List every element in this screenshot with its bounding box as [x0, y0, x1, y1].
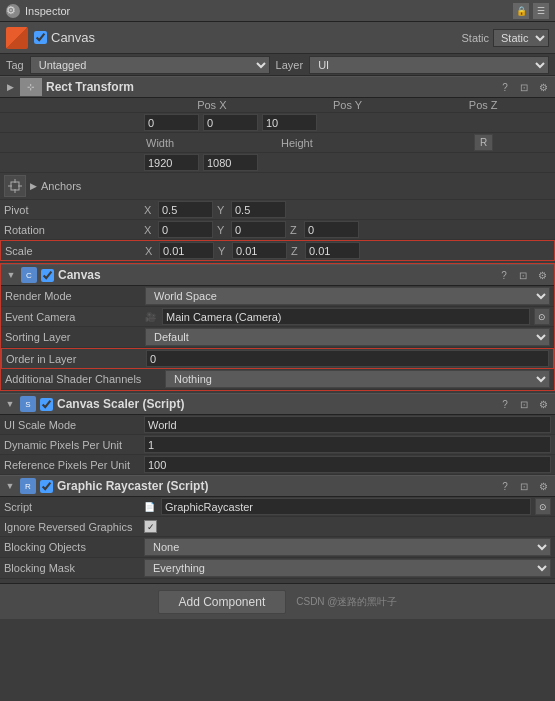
rot-z-input[interactable] [304, 221, 359, 238]
tag-label: Tag [6, 59, 24, 71]
static-dropdown[interactable]: Static [493, 29, 549, 47]
sorting-layer-label: Sorting Layer [5, 331, 145, 343]
rot-x-input[interactable] [158, 221, 213, 238]
additional-shader-label: Additional Shader Channels [5, 373, 165, 385]
canvas-scaler-icon: S [20, 396, 36, 412]
scale-y-input[interactable] [232, 242, 287, 259]
add-component-button[interactable]: Add Component [158, 590, 287, 614]
order-in-layer-label: Order in Layer [6, 353, 146, 365]
static-row: Static Static [461, 29, 549, 47]
lock-button[interactable]: 🔒 [513, 3, 529, 19]
raycaster-section: ▼ R Graphic Raycaster (Script) ? ⊡ ⚙ Scr… [0, 475, 555, 579]
ignore-reversed-check[interactable]: ✓ [144, 520, 157, 533]
canvas-arrow[interactable]: ▼ [5, 269, 17, 281]
pos-y-input[interactable] [203, 114, 258, 131]
object-enabled-checkbox[interactable] [34, 31, 47, 44]
scale-row: Scale X Y Z [0, 240, 555, 261]
r-button[interactable]: R [474, 134, 493, 151]
pos-z-col-label: Pos Z [415, 99, 551, 111]
canvas-menu-btn[interactable]: ⚙ [534, 267, 550, 283]
scaler-help-btn[interactable]: ? [497, 396, 513, 412]
render-mode-dropdown[interactable]: World Space [145, 287, 550, 305]
additional-shader-dropdown[interactable]: Nothing [165, 370, 550, 388]
scaler-layout-btn[interactable]: ⊡ [516, 396, 532, 412]
render-mode-label: Render Mode [5, 290, 145, 302]
canvas-scaler-icons: ? ⊡ ⚙ [497, 396, 551, 412]
rect-menu-btn[interactable]: ⚙ [535, 79, 551, 95]
script-pick-btn[interactable]: ⊙ [535, 498, 551, 515]
rot-y-input[interactable] [231, 221, 286, 238]
raycaster-arrow[interactable]: ▼ [4, 480, 16, 492]
raycaster-title: Graphic Raycaster (Script) [57, 479, 497, 493]
layer-label: Layer [276, 59, 304, 71]
rotation-values: X Y Z [144, 221, 551, 238]
cube-icon [6, 27, 28, 49]
height-input[interactable] [203, 154, 258, 171]
watermark-text: CSDN @迷路的黑叶子 [296, 595, 397, 609]
ui-scale-input[interactable] [144, 416, 551, 433]
menu-button[interactable]: ☰ [533, 3, 549, 19]
header-actions: 🔒 ☰ [513, 3, 549, 19]
rot-z-label: Z [290, 224, 300, 236]
scale-x-label: X [145, 245, 155, 257]
tag-dropdown[interactable]: Untagged [30, 56, 270, 74]
pivot-row: Pivot X Y [0, 200, 555, 220]
blocking-mask-dropdown[interactable]: Everything [144, 559, 551, 577]
rot-x-label: X [144, 224, 154, 236]
canvas-scaler-arrow[interactable]: ▼ [4, 398, 16, 410]
rect-transform-arrow[interactable]: ▶ [4, 81, 16, 93]
scaler-menu-btn[interactable]: ⚙ [535, 396, 551, 412]
checkmark-icon: ✓ [147, 522, 155, 532]
canvas-scaler-title: Canvas Scaler (Script) [57, 397, 497, 411]
rect-transform-icons: ? ⊡ ⚙ [497, 79, 551, 95]
canvas-header: ▼ C Canvas ? ⊡ ⚙ [1, 264, 554, 286]
pos-z-input[interactable] [262, 114, 317, 131]
pivot-values: X Y [144, 201, 551, 218]
scale-z-input[interactable] [305, 242, 360, 259]
additional-shader-row: Additional Shader Channels Nothing [1, 369, 554, 390]
width-input[interactable] [144, 154, 199, 171]
blocking-objects-dropdown[interactable]: None [144, 538, 551, 556]
rect-help-btn[interactable]: ? [497, 79, 513, 95]
canvas-scaler-checkbox[interactable] [40, 398, 53, 411]
canvas-title: Canvas [58, 268, 496, 282]
event-camera-input[interactable] [162, 308, 530, 325]
script-input[interactable] [161, 498, 531, 515]
camera-icon: 🎥 [145, 312, 156, 322]
canvas-section-icons: ? ⊡ ⚙ [496, 267, 550, 283]
ignore-reversed-row: Ignore Reversed Graphics ✓ [0, 517, 555, 537]
width-col-label: Width [144, 137, 281, 149]
anchors-row[interactable]: ▶ Anchors [0, 173, 555, 200]
dynamic-pixels-input[interactable] [144, 436, 551, 453]
script-values: 📄 ⊙ [144, 498, 551, 515]
height-col-label: Height [281, 137, 416, 149]
script-icon: 📄 [144, 502, 155, 512]
sorting-layer-dropdown[interactable]: Default [145, 328, 550, 346]
raycaster-layout-btn[interactable]: ⊡ [516, 478, 532, 494]
pivot-x-input[interactable] [158, 201, 213, 218]
pos-x-col-label: Pos X [144, 99, 280, 111]
raycaster-checkbox[interactable] [40, 480, 53, 493]
canvas-layout-btn[interactable]: ⊡ [515, 267, 531, 283]
pos-labels-row: Pos X Pos Y Pos Z [0, 98, 555, 113]
anchor-widget-icon [4, 175, 26, 197]
dynamic-pixels-label: Dynamic Pixels Per Unit [4, 439, 144, 451]
canvas-help-btn[interactable]: ? [496, 267, 512, 283]
order-in-layer-input[interactable] [146, 350, 549, 367]
inspector-icon: ⚙ [6, 4, 20, 18]
raycaster-icon: R [20, 478, 36, 494]
blocking-objects-label: Blocking Objects [4, 541, 144, 553]
reference-pixels-input[interactable] [144, 456, 551, 473]
pos-x-input[interactable] [144, 114, 199, 131]
render-mode-row: Render Mode World Space [1, 286, 554, 307]
raycaster-help-btn[interactable]: ? [497, 478, 513, 494]
pivot-y-input[interactable] [231, 201, 286, 218]
rect-layout-btn[interactable]: ⊡ [516, 79, 532, 95]
rect-transform-header: ▶ ⊹ Rect Transform ? ⊡ ⚙ [0, 76, 555, 98]
raycaster-menu-btn[interactable]: ⚙ [535, 478, 551, 494]
reference-pixels-row: Reference Pixels Per Unit [0, 455, 555, 475]
layer-dropdown[interactable]: UI [309, 56, 549, 74]
scale-x-input[interactable] [159, 242, 214, 259]
event-camera-pick-btn[interactable]: ⊙ [534, 308, 550, 325]
canvas-enabled-checkbox[interactable] [41, 269, 54, 282]
